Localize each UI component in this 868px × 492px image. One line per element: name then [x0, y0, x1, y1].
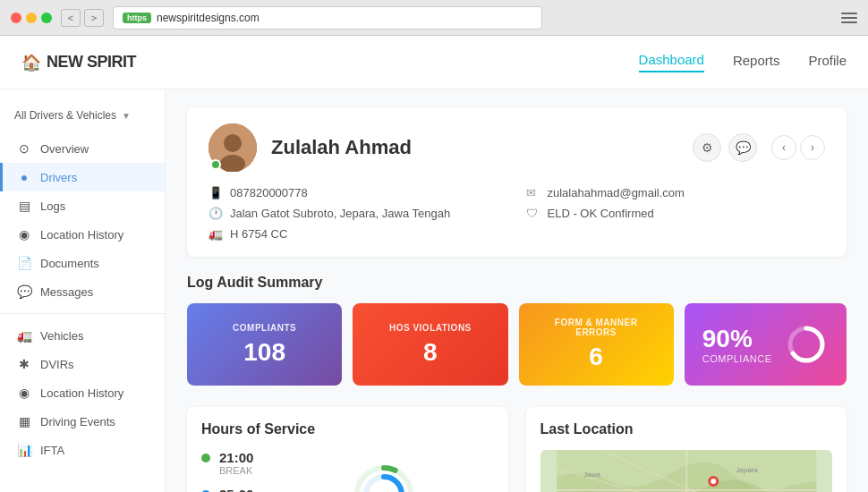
sidebar-item-drivers[interactable]: ● Drivers — [0, 163, 165, 191]
sidebar-filter[interactable]: All Drivers & Vehicles ▼ — [0, 104, 165, 134]
messages-icon: 💬 — [17, 284, 31, 299]
sidebar-item-label: IFTA — [40, 444, 64, 457]
eld-value: ELD - OK Confirmed — [548, 207, 654, 220]
drivers-icon: ● — [17, 170, 31, 184]
compliant-value: 108 — [243, 338, 285, 367]
location-icon: ◉ — [17, 386, 31, 400]
hos-items: 21:00 BREAK 35:00 DRIVE — [201, 450, 253, 492]
main-layout: All Drivers & Vehicles ▼ ⊙ Overview ● Dr… — [0, 89, 868, 492]
drive-time: 35:00 — [219, 487, 253, 492]
documents-icon: 📄 — [17, 256, 31, 270]
sidebar-item-documents[interactable]: 📄 Documents — [0, 249, 165, 277]
compliant-label: COMPLIANTS — [233, 323, 296, 333]
logs-icon: ▤ — [17, 199, 31, 213]
hos-violations-card: HOS VIOLATIONS 8 — [353, 303, 507, 386]
app: 🏠 NEW SPIRIT Dashboard Reports Profile A… — [0, 36, 868, 492]
url-bar[interactable]: https newspiritdesigns.com — [113, 6, 542, 30]
logo: 🏠 NEW SPIRIT — [21, 53, 136, 72]
browser-back-button[interactable]: < — [61, 9, 81, 27]
close-button[interactable] — [11, 13, 21, 23]
form-manner-label: FORM & MANNER ERRORS — [533, 318, 660, 337]
main-content: Zulalah Ahmad ⚙ 💬 ‹ › 📱 087820000778 — [166, 89, 868, 492]
sidebar-item-vehicles[interactable]: 🚛 Vehicles — [0, 321, 165, 350]
sidebar-item-ifta[interactable]: 📊 IFTA — [0, 436, 165, 464]
email-value: zulalahahmad@gmail.com — [548, 186, 685, 199]
audit-section-title: Log Audit Summary — [187, 275, 847, 291]
sidebar-main-section: ⊙ Overview ● Drivers ▤ Logs ◉ Location H… — [0, 134, 165, 306]
nav-dashboard[interactable]: Dashboard — [639, 52, 704, 72]
driver-name: Zulalah Ahmad — [271, 136, 412, 159]
compliance-card: 90% COMPLIANCE — [685, 303, 847, 386]
browser-forward-button[interactable]: > — [84, 9, 104, 27]
phone-icon: 📱 — [208, 186, 223, 199]
sidebar-item-label: Drivers — [40, 171, 77, 184]
hos-violations-value: 8 — [423, 338, 438, 367]
compliant-card: COMPLIANTS 108 — [187, 303, 342, 386]
top-navigation: 🏠 NEW SPIRIT Dashboard Reports Profile — [0, 36, 868, 89]
sidebar-item-label: Overview — [40, 142, 89, 156]
sidebar-item-location-history-v[interactable]: ◉ Location History — [0, 378, 165, 407]
sidebar-vehicles-section: 🚛 Vehicles ✱ DVIRs ◉ Location History ▦ … — [0, 321, 165, 464]
last-location-title: Last Location — [540, 421, 833, 437]
browser-chrome: < > https newspiritdesigns.com — [0, 0, 868, 36]
nav-reports[interactable]: Reports — [733, 53, 780, 72]
hos-item-break: 21:00 BREAK — [201, 450, 253, 476]
location-history-icon: ◉ — [17, 227, 31, 242]
sidebar-item-label: Driving Events — [40, 415, 115, 428]
sidebar-divider — [0, 313, 165, 314]
email-detail: ✉ zulalahahmad@gmail.com — [526, 186, 826, 199]
truck-icon: 🚛 — [208, 227, 223, 241]
profile-top: Zulalah Ahmad ⚙ 💬 ‹ › — [208, 123, 825, 172]
svg-point-19 — [711, 479, 716, 484]
hos-section-title: Hours of Service — [201, 421, 494, 437]
sidebar-item-label: Location History — [40, 386, 123, 400]
vehicle-detail: 🚛 H 6754 CC — [208, 227, 508, 241]
last-location-section: Last Location — [526, 407, 847, 492]
shield-icon: 🛡 — [526, 207, 540, 220]
svg-text:Jepara: Jepara — [736, 466, 758, 474]
vehicle-value: H 6754 CC — [230, 227, 287, 241]
next-driver-button[interactable]: › — [800, 135, 825, 160]
sidebar-item-label: DVIRs — [40, 358, 74, 371]
compliance-left: 90% COMPLIANCE — [702, 325, 772, 364]
maximize-button[interactable] — [41, 13, 52, 23]
url-text: newspiritdesigns.com — [157, 12, 260, 24]
sidebar-item-overview[interactable]: ⊙ Overview — [0, 134, 165, 163]
sidebar-item-driving-events[interactable]: ▦ Driving Events — [0, 407, 165, 436]
map-svg: Jawa Tengah Jepara — [540, 450, 833, 492]
minimize-button[interactable] — [26, 13, 37, 23]
address-detail: 🕐 Jalan Gatot Subroto, Jepara, Jawa Teng… — [208, 207, 508, 220]
traffic-lights — [11, 13, 52, 23]
hos-radial-chart — [339, 450, 429, 492]
profile-header: Zulalah Ahmad ⚙ 💬 ‹ › 📱 087820000778 — [187, 107, 847, 257]
form-manner-value: 6 — [589, 343, 603, 371]
email-icon: ✉ — [526, 186, 540, 199]
map-placeholder: Jawa Tengah Jepara — [540, 450, 833, 492]
compliance-donut-chart — [784, 322, 829, 367]
audit-cards: COMPLIANTS 108 HOS VIOLATIONS 8 FORM & M… — [187, 303, 847, 386]
hos-chart — [275, 450, 493, 492]
sidebar-item-location-history[interactable]: ◉ Location History — [0, 220, 165, 249]
chat-button[interactable]: 💬 — [728, 133, 757, 162]
sidebar-filter-label: All Drivers & Vehicles — [14, 109, 116, 122]
compliance-label: COMPLIANCE — [702, 353, 772, 364]
nav-profile[interactable]: Profile — [808, 53, 847, 72]
sidebar-item-label: Documents — [40, 257, 99, 270]
nav-links: Dashboard Reports Profile — [639, 52, 847, 72]
sidebar-item-label: Messages — [40, 285, 93, 299]
sidebar-item-messages[interactable]: 💬 Messages — [0, 277, 165, 306]
sidebar-item-label: Location History — [40, 228, 123, 242]
hos-violations-label: HOS VIOLATIONS — [389, 323, 472, 333]
sidebar-item-logs[interactable]: ▤ Logs — [0, 191, 165, 220]
svg-point-1 — [224, 134, 242, 152]
ifta-icon: 📊 — [17, 443, 31, 457]
logo-icon: 🏠 — [21, 53, 41, 72]
online-status-dot — [210, 159, 221, 170]
prev-driver-button[interactable]: ‹ — [771, 135, 796, 160]
sidebar-item-label: Vehicles — [40, 329, 83, 343]
overview-icon: ⊙ — [17, 141, 31, 156]
settings-button[interactable]: ⚙ — [693, 133, 721, 162]
form-manner-card: FORM & MANNER ERRORS 6 — [519, 303, 674, 386]
sidebar-item-dvirs[interactable]: ✱ DVIRs — [0, 350, 165, 378]
browser-menu-icon[interactable] — [841, 13, 857, 23]
